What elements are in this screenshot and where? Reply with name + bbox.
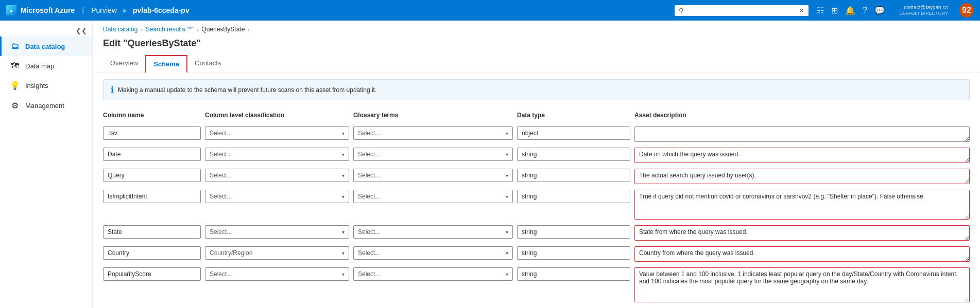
feedback-icon[interactable]: ☷ [817,6,824,15]
glossary-dropdown[interactable]: Select... ▾ [353,190,513,203]
sidebar-item-insights[interactable]: 💡 Insights [0,76,92,96]
glossary-value: Select... [358,249,380,257]
col-header-assetdesc: Asset description [634,112,970,119]
tab-overview[interactable]: Overview [103,55,145,73]
sidebar: ❮❮ 🗂 Data catalog 🗺 Data map 💡 Insights … [0,21,93,308]
table-row: Country/Region ▾ Select... ▾ Country fro… [103,244,970,265]
datatype-cell [517,169,630,182]
glossary-dropdown[interactable]: Select... ▾ [353,267,513,281]
glossary-dropdown[interactable]: Select... ▾ [353,225,513,239]
assetdesc-input[interactable]: Country from where the query was issued. [634,246,970,262]
chevron-down-icon: ▾ [342,173,345,178]
assetdesc-cell: Value between 1 and 100 inclusive. 1 ind… [634,267,970,304]
chat-icon[interactable]: 💬 [874,6,885,15]
glossary-value: Select... [358,151,380,158]
chevron-down-icon: ▾ [342,271,345,277]
glossary-cell: Select... ▾ [353,169,513,182]
tab-schema[interactable]: Schema [145,55,187,73]
col-name-cell [103,190,201,203]
datatype-cell [517,246,630,260]
col-header-name: Column name [103,112,201,119]
table-row: Select... ▾ Select... ▾ [103,124,970,146]
chevron-down-icon: ▾ [506,173,508,178]
datatype-input[interactable] [517,169,630,182]
col-header-glossary: Glossary terms [353,112,513,119]
classification-dropdown[interactable]: Select... ▾ [205,169,349,182]
brand: ▲ Microsoft Azure | Purview ▸ pvlab-6cce… [6,5,197,15]
search-input[interactable] [687,7,796,14]
data-map-icon: 🗺 [10,61,20,70]
datatype-input[interactable] [517,190,630,203]
classification-dropdown[interactable]: Select... ▾ [205,225,349,239]
search-icon: ⚲ [679,7,684,14]
glossary-dropdown[interactable]: Select... ▾ [353,169,513,182]
close-icon[interactable]: ✕ [799,7,804,14]
assetdesc-input[interactable]: State from where the query was issued. [634,225,970,241]
assetdesc-input[interactable]: Value between 1 and 100 inclusive. 1 ind… [634,267,970,302]
col-header-classification: Column level classification [205,112,349,119]
datatype-input[interactable] [517,267,630,281]
classification-cell: Select... ▾ [205,190,349,203]
nav-icons: ☷ ⊞ 🔔 ? 💬 contact@taygan.co DEFAULT DIRE… [817,3,974,17]
assetdesc-cell: State from where the query was issued. [634,225,970,242]
search-box[interactable]: ⚲ ✕ [675,5,809,16]
col-name-cell [103,267,201,281]
col-name-cell [103,246,201,260]
col-name-input[interactable] [103,126,201,140]
chevron-down-icon: ▾ [342,152,345,157]
chevron-down-icon: ▾ [342,250,345,256]
chevron-down-icon: ▾ [342,131,345,136]
breadcrumb-search-results[interactable]: Search results "*" [146,26,194,33]
table-row: Select... ▾ Select... ▾ The actual searc… [103,167,970,188]
col-name-input[interactable] [103,148,201,161]
user-avatar[interactable]: 92 [959,3,974,17]
breadcrumb-data-catalog[interactable]: Data catalog [103,26,137,33]
classification-dropdown[interactable]: Select... ▾ [205,126,349,140]
classification-dropdown[interactable]: Select... ▾ [205,190,349,203]
classification-dropdown[interactable]: Select... ▾ [205,148,349,161]
glossary-dropdown[interactable]: Select... ▾ [353,246,513,260]
content-area: Data catalog › Search results "*" › Quer… [93,21,980,308]
help-icon[interactable]: ? [863,6,867,15]
user-info: contact@taygan.co DEFAULT DIRECTORY [899,4,948,17]
glossary-dropdown[interactable]: Select... ▾ [353,126,513,140]
col-name-input[interactable] [103,225,201,239]
classification-value: Select... [210,193,232,200]
datatype-input[interactable] [517,246,630,260]
assetdesc-input[interactable]: The actual search query issued by user(s… [634,169,970,184]
sidebar-item-data-map[interactable]: 🗺 Data map [0,56,92,76]
assetdesc-input[interactable]: Date on which the query was issued. [634,148,970,163]
sidebar-item-management[interactable]: ⚙ Management [0,96,92,116]
glossary-cell: Select... ▾ [353,246,513,260]
sidebar-item-data-catalog[interactable]: 🗂 Data catalog [0,37,92,56]
page-title: Edit "QueriesByState" [93,35,980,55]
classification-cell: Select... ▾ [205,267,349,281]
resource-label[interactable]: pvlab-6cceda-pv [133,6,190,14]
table-row: Select... ▾ Select... ▾ Value between 1 … [103,265,970,306]
assetdesc-input[interactable]: True if query did not mention covid or c… [634,190,970,220]
info-icon: ℹ [111,85,114,95]
user-directory: DEFAULT DIRECTORY [899,11,948,17]
datatype-cell [517,126,630,140]
tab-contacts[interactable]: Contacts [187,55,228,73]
chevron-down-icon: ▾ [506,131,508,136]
col-name-input[interactable] [103,169,201,182]
glossary-dropdown[interactable]: Select... ▾ [353,148,513,161]
col-name-input[interactable] [103,246,201,260]
assetdesc-input[interactable] [634,126,970,142]
main-layout: ❮❮ 🗂 Data catalog 🗺 Data map 💡 Insights … [0,21,980,308]
tabs: Overview Schema Contacts [93,55,980,73]
datatype-input[interactable] [517,126,630,140]
datatype-input[interactable] [517,225,630,239]
breadcrumb-sep-3: › [248,27,249,32]
datatype-input[interactable] [517,148,630,161]
sidebar-collapse-button[interactable]: ❮❮ [0,25,92,37]
col-name-input[interactable] [103,190,201,203]
apps-icon[interactable]: ⊞ [831,6,838,15]
classification-dropdown[interactable]: Country/Region ▾ [205,246,349,260]
glossary-cell: Select... ▾ [353,267,513,281]
col-name-input[interactable] [103,267,201,281]
classification-dropdown[interactable]: Select... ▾ [205,267,349,281]
bell-icon[interactable]: 🔔 [845,6,855,15]
sidebar-label-data-map: Data map [25,62,54,70]
